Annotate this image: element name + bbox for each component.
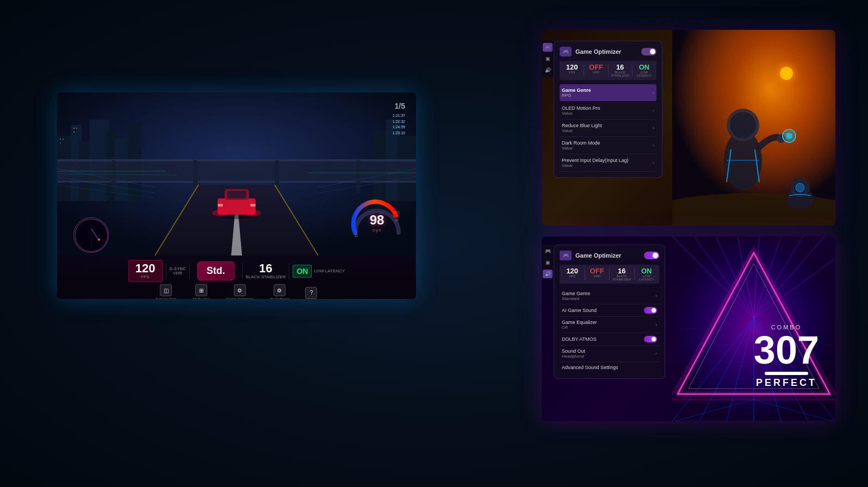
menu-blue-light-title: Reduce Blue Light [562,123,602,128]
opt-sep-1 [584,65,584,76]
combo-bar [765,372,808,375]
music-toggle-knob [653,253,658,258]
music-opt-black-stab: 16 Black Stabilizer [612,267,632,281]
race-hud-overlay: 1/5 1:21:37 1:22:32 1:24:59 1:23:10 [393,98,405,136]
music-menu-game-genre[interactable]: Game Genre Standard › [560,288,659,304]
svg-rect-41 [218,204,223,207]
screen-size-icon[interactable]: ◫ [160,284,172,296]
place-total: 5 [401,102,405,110]
svg-rect-15 [76,128,77,129]
optimizer-toggle-top[interactable] [641,48,656,55]
sidebar-screen-icon[interactable]: ▣ [543,54,553,63]
music-opt-low-latency-value: ON [637,267,657,274]
opt-fps: 120 FPS [562,64,581,77]
svg-point-61 [730,112,756,138]
svg-point-43 [212,210,228,216]
menu-item-reduce-blue-light[interactable]: Reduce Blue Light Value › [560,120,656,137]
music-menu-advanced-sound[interactable]: Advanced Sound Settings [560,362,659,373]
menu-item-oled-motion-pro[interactable]: OLED Motion Pro Value › [560,102,656,120]
menu-item-game-genre-left: Game Genre RPG [562,88,591,98]
optimizer-stats-top: 120 FPS OFF VRR 16 Black Stabilizer ON L… [560,61,656,80]
music-menu-dolby-atmos[interactable]: DOLBY ATMOS [560,333,659,346]
action-help[interactable]: ? [305,287,317,299]
stat-sep-4 [289,263,289,279]
music-menu-sound-out[interactable]: Sound Out Headphone › [560,346,659,362]
action-bar: ◫ Screen Size ⊞ Multi-view ⚙ Game Optimi… [57,284,416,299]
sidebar-speaker-icon-bottom[interactable]: 🔊 [543,270,553,278]
svg-rect-40 [227,191,246,198]
music-menu-game-equalizer[interactable]: Game Equalizer Off › [560,317,659,333]
ai-sound-toggle[interactable] [644,307,657,314]
music-sound-out-left: Sound Out Headphone [562,348,585,359]
menu-oled-title: OLED Motion Pro [562,105,600,111]
mode-box: Std. [197,261,234,280]
dolby-toggle[interactable] [644,336,657,342]
svg-rect-16 [73,132,75,133]
music-opt-fps-label: FPS [562,274,582,278]
music-game-genre-chevron: › [655,294,657,298]
menu-item-prevent-input-delay[interactable]: Prevent Input Delay(Input Lag) Value › [560,154,656,172]
lap-time-2: 1:22:32 [393,119,405,125]
menu-chevron-input-delay: › [653,160,654,165]
stat-sep-1 [166,263,166,279]
sidebar-gamepad-icon-bottom[interactable]: 🎮 [543,247,553,255]
menu-item-game-genre-top[interactable]: Game Genre RPG › [560,84,656,101]
low-latency-label: Low Latency [314,269,345,273]
action-multi-view[interactable]: ⊞ Multi-view [193,284,209,299]
svg-rect-14 [73,128,75,129]
speedometer: 98 mph D REC ESC off [350,195,404,249]
sidebar-gamepad-icon[interactable]: 🎮 [543,43,553,52]
mode-text: Std. [207,265,225,276]
music-opt-fps-value: 120 [562,267,582,274]
mini-map [73,217,109,253]
music-opt-black-stab-label: Black Stabilizer [612,274,632,281]
action-game-optimizer[interactable]: ⚙ Game Optimizer [226,284,253,299]
svg-rect-12 [63,139,64,140]
all-settings-label: All Settings [270,297,289,299]
opt-vrr: OFF VRR [586,64,605,77]
music-opt-fps: 120 FPS [562,267,582,281]
game-optimizer-label: Game Optimizer [226,297,253,299]
music-optimizer-header: 🎮 Game Optimizer [560,251,659,260]
music-optimizer-title: Game Optimizer [575,252,621,259]
vsync-label: VRR [173,271,182,276]
sidebar-screen-icon-bottom[interactable]: ▣ [543,258,553,267]
svg-rect-11 [60,139,61,140]
sidebar-speaker-icon[interactable]: 🔊 [543,66,553,74]
svg-text:98: 98 [370,213,385,227]
help-icon[interactable]: ? [305,287,317,299]
music-optimizer-toggle[interactable] [644,252,659,259]
game-optimizer-icon[interactable]: ⚙ [234,284,246,296]
menu-game-genre-title: Game Genre [562,88,591,93]
music-menu-ai-sound[interactable]: AI Game Sound [560,304,659,317]
music-opt-low-latency: ON Low Latency [637,267,657,281]
menu-chevron-dark-room: › [653,143,654,148]
all-settings-icon[interactable]: ⚙ [274,284,286,296]
game-optimizer-panel-top: 🎮 Game Optimizer 120 FPS OFF VRR 16 Blac… [554,41,662,178]
svg-rect-20 [111,160,116,193]
multi-view-icon[interactable]: ⊞ [195,284,207,296]
bottom-right-panel: COMBO 307 PERFECT 🎮 ▣ 🔊 🎮 Game Optimizer… [542,236,835,421]
stat-sep-2 [189,263,190,279]
opt-black-stab: 16 Black Stabilizer [611,64,630,77]
optimizer-gamepad-icon: 🎮 [560,47,572,57]
menu-oled-value: Value [562,111,600,116]
svg-text:mph: mph [373,228,382,233]
action-screen-size[interactable]: ◫ Screen Size [156,284,177,299]
fps-stat: 120 FPS [128,260,163,282]
opt-sep-3 [632,65,633,76]
combo-display: COMBO 307 PERFECT [754,324,819,389]
music-opt-sep-3 [634,269,635,280]
opt-sep-2 [608,65,609,76]
menu-item-dark-room-mode[interactable]: Dark Room Mode Value › [560,137,656,154]
hud-bar: 120 FPS G-SYNC VRR Std. 16 Black Stabili… [57,255,416,299]
svg-point-48 [98,239,100,241]
screen-size-label: Screen Size [156,297,177,299]
combo-perfect: PERFECT [754,377,819,389]
action-all-settings[interactable]: ⚙ All Settings [270,284,289,299]
music-game-genre-left: Game Genre Standard [562,291,590,301]
music-sound-out-value: Headphone [562,354,585,359]
svg-text:REC: REC [393,211,400,214]
toggle-knob-top [650,49,655,54]
music-opt-vrr: OFF VRR [587,267,607,281]
